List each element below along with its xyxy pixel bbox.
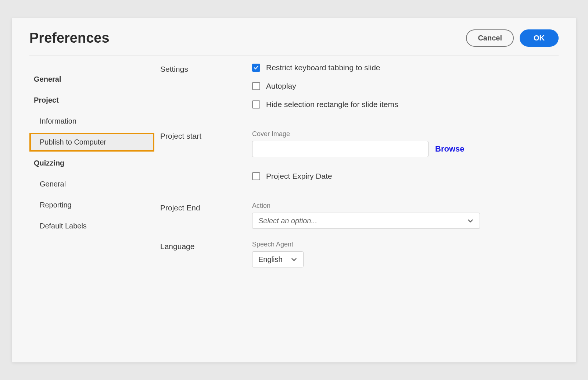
- cancel-button[interactable]: Cancel: [466, 29, 514, 47]
- check-icon: [254, 65, 259, 70]
- autoplay-label: Autoplay: [266, 82, 296, 90]
- section-settings: Settings Restrict keyboard tabbing to sl…: [160, 63, 559, 118]
- settings-label: Settings: [160, 63, 252, 118]
- project-start-body: Cover Image Browse Project Expiry Date: [252, 130, 559, 190]
- cover-image-label: Cover Image: [252, 130, 559, 138]
- restrict-tabbing-row: Restrict keyboard tabbing to slide: [252, 63, 559, 72]
- sidebar: General Project Information Publish to C…: [29, 63, 154, 279]
- chevron-down-icon: [291, 256, 297, 263]
- settings-body: Restrict keyboard tabbing to slide Autop…: [252, 63, 559, 118]
- language-body: Speech Agent English: [252, 241, 559, 267]
- nav-reporting[interactable]: Reporting: [29, 196, 154, 214]
- speech-agent-label: Speech Agent: [252, 241, 559, 248]
- project-end-label: Project End: [160, 202, 252, 229]
- header-buttons: Cancel OK: [466, 29, 559, 47]
- nav-project[interactable]: Project: [29, 91, 154, 110]
- ok-button[interactable]: OK: [520, 29, 559, 47]
- hide-rect-row: Hide selection rectangle for slide items: [252, 100, 559, 109]
- cover-image-input[interactable]: [252, 141, 429, 157]
- section-project-start: Project start Cover Image Browse Project…: [160, 130, 559, 190]
- nav-publish-to-computer[interactable]: Publish to Computer: [29, 133, 154, 152]
- restrict-tabbing-checkbox[interactable]: [252, 64, 260, 72]
- speech-agent-select[interactable]: English: [252, 251, 304, 267]
- dialog-title: Preferences: [29, 30, 110, 46]
- language-label: Language: [160, 241, 252, 267]
- restrict-tabbing-label: Restrict keyboard tabbing to slide: [266, 63, 380, 72]
- nav-information[interactable]: Information: [29, 112, 154, 131]
- expiry-checkbox[interactable]: [252, 172, 260, 180]
- action-select-placeholder: Select an option...: [258, 217, 317, 225]
- nav-quizzing[interactable]: Quizzing: [29, 154, 154, 173]
- dialog-body: General Project Information Publish to C…: [29, 56, 559, 279]
- hide-rect-checkbox[interactable]: [252, 100, 260, 109]
- hide-rect-label: Hide selection rectangle for slide items: [266, 100, 398, 109]
- expiry-row: Project Expiry Date: [252, 172, 559, 181]
- dialog-header: Preferences Cancel OK: [29, 29, 559, 56]
- action-select[interactable]: Select an option...: [252, 213, 480, 229]
- nav-general[interactable]: General: [29, 70, 154, 89]
- content-panel: Settings Restrict keyboard tabbing to sl…: [154, 63, 559, 279]
- autoplay-row: Autoplay: [252, 82, 559, 90]
- browse-link[interactable]: Browse: [435, 144, 464, 154]
- project-start-label: Project start: [160, 130, 252, 190]
- autoplay-checkbox[interactable]: [252, 82, 260, 90]
- chevron-down-icon: [467, 217, 474, 224]
- section-language: Language Speech Agent English: [160, 241, 559, 267]
- nav-default-labels[interactable]: Default Labels: [29, 217, 154, 235]
- expiry-label: Project Expiry Date: [266, 172, 332, 181]
- action-label: Action: [252, 202, 559, 210]
- section-project-end: Project End Action Select an option...: [160, 202, 559, 229]
- cover-image-row: Browse: [252, 141, 559, 157]
- nav-quiz-general[interactable]: General: [29, 175, 154, 193]
- preferences-dialog: Preferences Cancel OK General Project In…: [12, 18, 576, 362]
- project-end-body: Action Select an option...: [252, 202, 559, 229]
- speech-agent-value: English: [258, 255, 283, 264]
